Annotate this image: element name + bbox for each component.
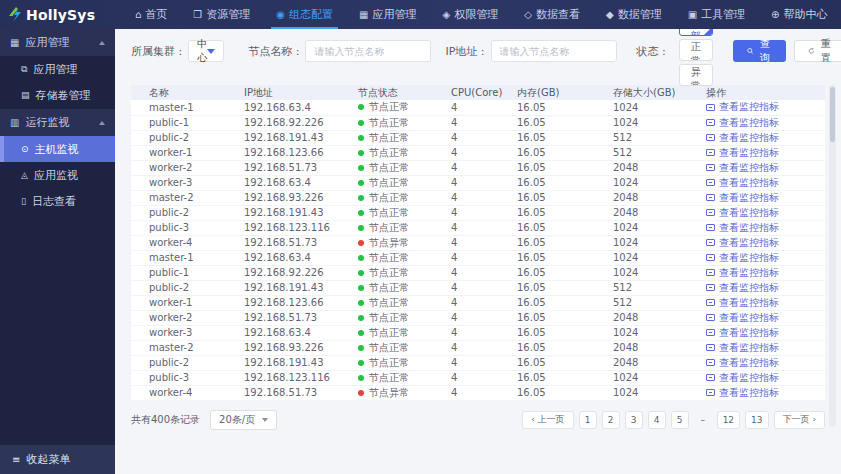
sidebar-item-host-monitor[interactable]: ⊙主机监视 [0,136,115,162]
nav-item-config[interactable]: ◉组态配置 [263,0,346,29]
nav-item-help-center[interactable]: ⊕帮助中心 [758,0,840,29]
view-metrics-link[interactable]: 查看监控指标 [706,357,779,368]
nav-item-data-view[interactable]: ◇数据查看 [511,0,593,29]
cell-status: 节点正常 [358,310,451,325]
cell-storage: 512 [613,295,706,310]
app-grid-icon: ▦ [10,38,19,48]
prev-page-button[interactable]: ‹ 上一页 [522,411,573,429]
table-row: public-1192.168.92.226节点正常416.051024查看监控… [131,115,825,130]
view-metrics-link[interactable]: 查看监控指标 [706,222,779,233]
page-button-12[interactable]: 12 [717,411,740,429]
sidebar-item-storage-volume[interactable]: ▤存储卷管理 [0,82,115,108]
cell-operation: 查看监控指标 [706,355,825,370]
cell-status: 节点正常 [358,325,451,340]
cluster-select[interactable]: 中心 [188,40,224,62]
cell-operation: 查看监控指标 [706,220,825,235]
cell-ip: 192.168.51.73 [244,385,358,400]
view-metrics-link[interactable]: 查看监控指标 [706,342,779,353]
cell-ip: 192.168.51.73 [244,160,358,175]
page-button-5[interactable]: 5 [671,411,689,429]
cell-cpu: 4 [451,370,517,385]
view-metrics-link[interactable]: 查看监控指标 [706,147,779,158]
nav-item-data-manage[interactable]: ◆数据管理 [593,0,675,29]
view-metrics-link[interactable]: 查看监控指标 [706,252,779,263]
cell-cpu: 4 [451,115,517,130]
tool-manage-icon: ▣ [688,10,697,20]
view-metrics-link[interactable]: 查看监控指标 [706,162,779,173]
view-metrics-link[interactable]: 查看监控指标 [706,372,779,383]
cell-memory: 16.05 [517,340,613,355]
monitor-icon [706,254,715,261]
cell-cpu: 4 [451,250,517,265]
vertical-scrollbar[interactable] [829,85,836,427]
cell-memory: 16.05 [517,250,613,265]
view-metrics-link[interactable]: 查看监控指标 [706,177,779,188]
view-metrics-link[interactable]: 查看监控指标 [706,327,779,338]
nav-item-permission-manage[interactable]: ◈权限管理 [430,0,512,29]
cell-memory: 16.05 [517,385,613,400]
view-metrics-link[interactable]: 查看监控指标 [706,192,779,203]
page-ellipsis: – [694,411,712,429]
collapse-menu-button[interactable]: ≡ 收起菜单 [0,445,115,474]
page-button-1[interactable]: 1 [579,411,597,429]
status-text: 节点正常 [369,147,409,158]
scrollbar-thumb[interactable] [830,87,835,142]
view-metrics-label: 查看监控指标 [719,312,779,323]
ip-input[interactable] [491,40,617,62]
home-icon: ⌂ [135,10,141,20]
cell-ip: 192.168.63.4 [244,250,358,265]
view-metrics-link[interactable]: 查看监控指标 [706,297,779,308]
search-button[interactable]: 查询 [733,40,786,62]
status-dot-normal [358,225,364,231]
reset-button[interactable]: 重置 [794,40,841,62]
page-button-2[interactable]: 2 [602,411,620,429]
cell-name: public-1 [131,115,244,130]
top-nav: ⌂首页❒资源管理◉组态配置▦应用管理◈权限管理◇数据查看◆数据管理▣工具管理⊕帮… [122,0,841,29]
view-metrics-link[interactable]: 查看监控指标 [706,101,779,112]
status-filter-error[interactable]: 异常 [679,64,713,86]
cell-status: 节点正常 [358,115,451,130]
status-dot-normal [358,360,364,366]
cell-status: 节点正常 [358,160,451,175]
view-metrics-link[interactable]: 查看监控指标 [706,387,779,398]
main-content: 所属集群 : 中心 节点名称 : IP地址 : 状态 : 全部状态正常异常 查询… [115,29,841,474]
nav-item-label: 工具管理 [701,7,745,22]
next-page-button[interactable]: 下一页 › [774,411,825,429]
page-button-13[interactable]: 13 [745,411,768,429]
view-metrics-link[interactable]: 查看监控指标 [706,117,779,128]
node-table: 名称IP地址节点状态CPU(Core)内存(GB)存储大小(GB)操作 mast… [131,85,825,401]
nav-item-home[interactable]: ⌂首页 [122,0,180,29]
table-row: master-1192.168.63.4节点正常416.051024查看监控指标 [131,100,825,115]
view-metrics-link[interactable]: 查看监控指标 [706,207,779,218]
page-button-4[interactable]: 4 [648,411,666,429]
cell-storage: 512 [613,145,706,160]
nav-item-label: 资源管理 [206,7,250,22]
sidebar-item-app-monitor[interactable]: ◬应用监视 [0,162,115,188]
view-metrics-link[interactable]: 查看监控指标 [706,237,779,248]
page-button-3[interactable]: 3 [625,411,643,429]
view-metrics-link[interactable]: 查看监控指标 [706,282,779,293]
sidebar-group-app-manage-group[interactable]: ▦应用管理 [0,29,115,56]
nav-item-tool-manage[interactable]: ▣工具管理 [675,0,758,29]
node-name-input[interactable] [305,40,431,62]
nav-item-resource-manage[interactable]: ❒资源管理 [180,0,263,29]
page-size-select[interactable]: 20条/页 [210,410,277,430]
view-metrics-label: 查看监控指标 [719,327,779,338]
sidebar-item-log-view[interactable]: ▯日志查看 [0,188,115,214]
view-metrics-label: 查看监控指标 [719,387,779,398]
table-row: worker-1192.168.123.66节点正常416.05512查看监控指… [131,145,825,160]
reset-button-label: 重置 [819,37,832,65]
cell-name: worker-2 [131,310,244,325]
status-filter-normal[interactable]: 正常 [679,39,713,61]
sidebar-group-run-monitor-group[interactable]: ▥运行监视 [0,109,115,136]
cell-storage: 1024 [613,235,706,250]
view-metrics-link[interactable]: 查看监控指标 [706,267,779,278]
column-header: 节点状态 [358,85,451,100]
nav-item-app-manage[interactable]: ▦应用管理 [346,0,429,29]
cell-ip: 192.168.123.116 [244,220,358,235]
cell-status: 节点正常 [358,205,451,220]
view-metrics-link[interactable]: 查看监控指标 [706,312,779,323]
cell-name: worker-4 [131,385,244,400]
sidebar-item-app-manage[interactable]: ⧉应用管理 [0,56,115,82]
view-metrics-link[interactable]: 查看监控指标 [706,132,779,143]
